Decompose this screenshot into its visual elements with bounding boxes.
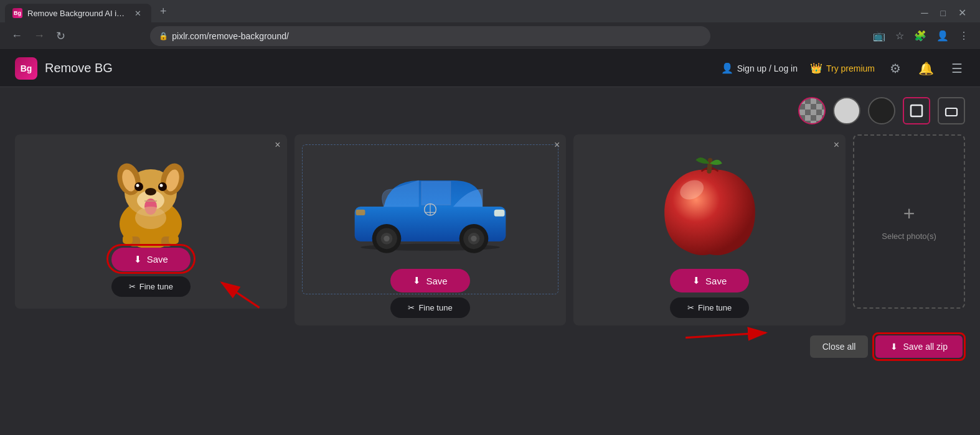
back-button[interactable]: ← <box>7 27 26 45</box>
bg-selector-row <box>15 97 965 124</box>
menu-icon[interactable]: ⋮ <box>955 26 973 45</box>
corgi-close-button[interactable]: × <box>275 139 280 151</box>
forward-button[interactable]: → <box>30 27 49 45</box>
fine-tune-label-2: Fine tune <box>418 303 452 312</box>
window-controls: ─ □ ✕ <box>917 6 975 22</box>
bg-white-option[interactable] <box>833 97 860 124</box>
corgi-image <box>110 149 191 243</box>
minimize-button[interactable]: ─ <box>917 6 931 20</box>
svg-point-26 <box>384 236 389 241</box>
svg-rect-0 <box>911 105 922 116</box>
premium-button[interactable]: 👑 Try premium <box>810 62 875 74</box>
tab-title: Remove Background AI image <box>27 9 127 18</box>
car-close-button[interactable]: × <box>554 139 560 151</box>
logo: Bg Remove BG <box>15 57 113 80</box>
square-icon <box>910 104 923 118</box>
settings-icon[interactable]: ⚙ <box>887 58 903 78</box>
tab-bar: Bg Remove Background AI image ✕ + ─ □ ✕ <box>0 0 980 22</box>
address-bar[interactable]: 🔒 pixlr.com/remove-background/ <box>150 26 710 46</box>
svg-point-12 <box>136 184 139 187</box>
car-card: × <box>294 134 567 325</box>
car-image <box>302 144 559 269</box>
svg-point-9 <box>145 188 156 195</box>
extensions-icon[interactable]: 🧩 <box>910 26 930 45</box>
crown-icon: 👑 <box>810 62 822 74</box>
star-icon[interactable]: ☆ <box>892 26 908 45</box>
browser-chrome: Bg Remove Background AI image ✕ + ─ □ ✕ … <box>0 0 980 50</box>
apple-save-button[interactable]: ⬇ Save <box>670 269 749 292</box>
apple-card: × <box>573 134 846 325</box>
car-save-button[interactable]: ⬇ Save <box>390 269 469 292</box>
download-icon-4: ⬇ <box>890 342 898 352</box>
corgi-card: × <box>15 134 287 309</box>
maximize-button[interactable]: □ <box>937 7 949 19</box>
close-button[interactable]: ✕ <box>954 6 970 20</box>
image-grid: × <box>15 134 965 325</box>
address-text: pixlr.com/remove-background/ <box>172 31 289 41</box>
hamburger-menu-icon[interactable]: ☰ <box>949 58 965 78</box>
lock-icon: 🔒 <box>159 32 168 40</box>
fine-tune-label-3: Fine tune <box>698 303 732 312</box>
scissors-icon-2: ✂ <box>408 303 415 312</box>
corgi-svg <box>110 149 191 249</box>
address-bar-row: ← → ↻ 🔒 pixlr.com/remove-background/ 📺 ☆… <box>0 22 980 50</box>
crop-icon <box>945 104 958 118</box>
cast-icon[interactable]: 📺 <box>869 26 889 45</box>
notifications-icon[interactable]: 🔔 <box>916 58 936 78</box>
car-fine-tune-button[interactable]: ✂ Fine tune <box>390 297 469 318</box>
apple-fine-tune-button[interactable]: ✂ Fine tune <box>670 297 749 318</box>
app-header: Bg Remove BG 👤 Sign up / Log in 👑 Try pr… <box>0 50 980 87</box>
car-svg <box>343 160 517 253</box>
close-all-button[interactable]: Close all <box>810 335 869 358</box>
bottom-action-bar: Close all ⬇ Save all zip <box>15 335 965 358</box>
main-area: × <box>0 87 980 368</box>
app-content: Bg Remove BG 👤 Sign up / Log in 👑 Try pr… <box>0 50 980 435</box>
svg-point-10 <box>134 182 143 191</box>
profile-icon[interactable]: 👤 <box>933 26 953 45</box>
save-all-zip-label: Save all zip <box>903 342 948 352</box>
save-label-2: Save <box>426 276 447 286</box>
corgi-fine-tune-button[interactable]: ✂ Fine tune <box>111 276 191 297</box>
bg-black-option[interactable] <box>868 97 895 124</box>
bg-square-inactive-option[interactable] <box>938 97 965 124</box>
download-icon-2: ⬇ <box>413 275 421 286</box>
svg-point-30 <box>471 236 476 241</box>
select-photos-label: Select photo(s) <box>872 232 946 241</box>
apple-svg <box>654 141 766 272</box>
corgi-save-button[interactable]: ⬇ Save <box>111 248 191 271</box>
app-title: Remove BG <box>45 61 113 75</box>
fine-tune-label: Fine tune <box>139 282 173 291</box>
refresh-button[interactable]: ↻ <box>52 27 69 45</box>
save-label-3: Save <box>705 276 727 286</box>
apple-close-button[interactable]: × <box>834 139 839 151</box>
apple-image <box>581 144 838 269</box>
save-label: Save <box>147 254 168 264</box>
scissors-icon-3: ✂ <box>687 303 694 312</box>
svg-point-13 <box>160 184 163 187</box>
scissors-icon: ✂ <box>129 282 136 291</box>
bg-square-active-option[interactable] <box>903 97 930 124</box>
logo-icon: Bg <box>15 57 37 80</box>
user-icon: 👤 <box>721 62 733 74</box>
signup-login-label: Sign up / Log in <box>737 63 798 73</box>
svg-rect-35 <box>356 210 365 215</box>
add-photo-card[interactable]: + Select photo(s) <box>853 134 965 309</box>
bg-transparent-option[interactable] <box>798 97 826 124</box>
header-right: 👤 Sign up / Log in 👑 Try premium ⚙ 🔔 ☰ <box>721 58 965 78</box>
signup-login-button[interactable]: 👤 Sign up / Log in <box>721 62 798 74</box>
svg-point-16 <box>135 207 166 229</box>
add-icon: + <box>903 202 915 225</box>
svg-rect-20 <box>169 235 179 244</box>
download-icon-3: ⬇ <box>692 275 700 286</box>
active-tab[interactable]: Bg Remove Background AI image ✕ <box>5 4 151 22</box>
tab-favicon: Bg <box>12 8 22 18</box>
new-tab-button[interactable]: + <box>154 2 173 21</box>
premium-label: Try premium <box>826 63 875 73</box>
save-all-zip-button[interactable]: ⬇ Save all zip <box>875 335 963 358</box>
svg-rect-19 <box>123 235 133 244</box>
download-icon: ⬇ <box>134 254 142 265</box>
tab-close-icon[interactable]: ✕ <box>132 8 144 19</box>
browser-toolbar: 📺 ☆ 🧩 👤 ⋮ <box>869 26 973 45</box>
svg-rect-1 <box>946 108 957 116</box>
svg-point-11 <box>158 182 167 191</box>
